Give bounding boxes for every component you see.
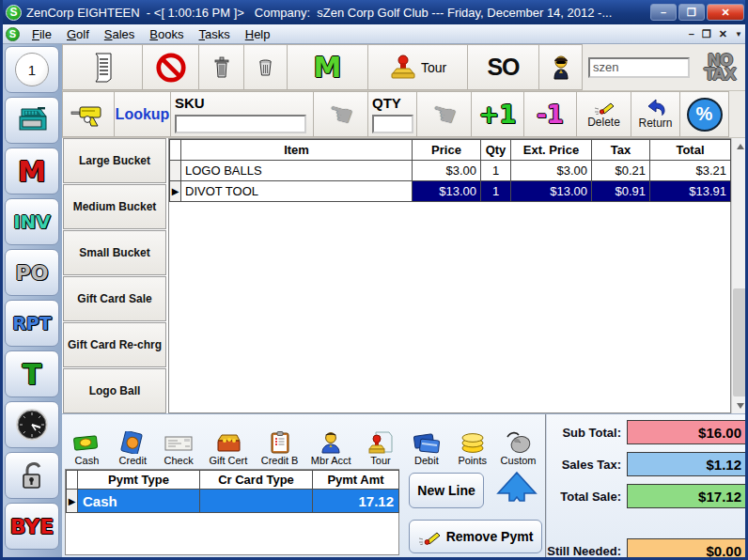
red-m-icon: M (18, 155, 46, 188)
scrollbar-thumb[interactable] (733, 288, 748, 397)
cell-cr-card-type (200, 490, 313, 513)
payment-panel: Cash Credit Check (62, 413, 748, 557)
pay-mbr-acct-button[interactable]: Mbr Acct (304, 416, 358, 468)
pointing-hand-icon: ☛ (324, 95, 357, 133)
sub-total-label: Sub Total: (562, 426, 621, 440)
sidebar-exit-button[interactable]: BYE (5, 503, 59, 550)
tour-stamp-icon (368, 431, 393, 454)
nav-sidebar: 1 M INV PO RPT T (3, 44, 62, 557)
maximize-button[interactable]: ❒ (678, 4, 705, 21)
sku-input[interactable] (175, 115, 306, 133)
pay-tour-button[interactable]: Tour (358, 416, 404, 468)
receipt-button[interactable] (62, 44, 143, 90)
sales-tax-value: $1.12 (627, 452, 747, 476)
lookup-button[interactable]: Lookup (115, 91, 171, 137)
quick-item-gift-card-rechrg[interactable]: Gift Card Re-chrg (63, 322, 166, 367)
sidebar-inventory-button[interactable]: INV (5, 198, 59, 245)
new-line-button[interactable]: New Line (409, 473, 484, 508)
sidebar-purchase-orders-button[interactable]: PO (5, 249, 59, 296)
clear-sale-button[interactable] (244, 44, 288, 90)
sidebar-reports-button[interactable]: RPT (5, 300, 59, 347)
minus-one-icon: -1 (537, 101, 564, 129)
sidebar-hole-one-button[interactable]: 1 (5, 46, 59, 93)
eraser-pencil-icon (594, 100, 615, 115)
pay-debit-button[interactable]: Debit (403, 416, 449, 468)
security-button[interactable] (539, 44, 583, 90)
no-symbol-icon (155, 52, 187, 84)
minimize-button[interactable]: – (650, 4, 677, 21)
quick-item-logo-ball[interactable]: Logo Ball (63, 368, 166, 413)
pay-label: Mbr Acct (311, 455, 351, 466)
pay-custom-button[interactable]: Custom (495, 416, 541, 468)
grid-scrollbar[interactable] (731, 138, 748, 413)
total-sale-label: Total Sale: (560, 490, 621, 504)
drill-icon (70, 101, 106, 128)
qty-select-button[interactable]: ☛ (417, 91, 472, 137)
remove-pymt-button[interactable]: Remove Pymt (409, 520, 542, 553)
payment-grid: Pymt Type Cr Card Type Pymt Amt ▶ Cash 1… (65, 469, 399, 555)
return-item-button[interactable]: Return (631, 91, 680, 137)
pay-label: Credit (119, 455, 147, 466)
move-up-button[interactable] (495, 471, 538, 512)
mdi-minimize-button[interactable]: – (689, 28, 694, 39)
trash-icon (213, 56, 230, 79)
menu-file[interactable]: File (24, 26, 59, 42)
tools-button[interactable] (62, 91, 115, 137)
plus-one-icon: +1 (479, 101, 517, 129)
menu-tasks[interactable]: Tasks (192, 26, 238, 42)
menu-help[interactable]: Help (238, 26, 278, 42)
cash-icon (73, 433, 100, 454)
qty-input[interactable] (372, 115, 413, 133)
pay-check-button[interactable]: Check (156, 416, 202, 468)
scroll-down-icon[interactable] (732, 397, 748, 413)
menu-golf[interactable]: Golf (59, 26, 97, 42)
close-button[interactable]: ✕ (707, 4, 744, 21)
cashier-field-wrap (583, 44, 695, 90)
special-order-button[interactable]: SO (468, 44, 539, 90)
menu-sales[interactable]: Sales (97, 26, 143, 42)
decrement-qty-button[interactable]: -1 (524, 91, 577, 137)
delete-item-button[interactable] (199, 44, 244, 90)
cashier-input[interactable] (588, 57, 690, 78)
mdi-restore-button[interactable]: ❐ (702, 28, 711, 40)
sidebar-members-button[interactable]: M (5, 148, 59, 194)
item-row[interactable]: LOGO BALLS $3.00 1 $3.00 $0.21 $3.21 (170, 161, 731, 181)
discount-button[interactable]: % (680, 91, 729, 137)
increment-qty-button[interactable]: +1 (472, 91, 524, 137)
return-item-label: Return (638, 117, 672, 130)
void-button[interactable] (143, 44, 199, 90)
item-grid-header-row: Item Price Qty Ext. Price Tax Total (170, 140, 731, 161)
pay-gift-cert-button[interactable]: Gift Cert (202, 416, 256, 468)
sidebar-register-button[interactable] (5, 97, 59, 144)
quick-item-medium-bucket[interactable]: Medium Bucket (63, 184, 166, 229)
sku-select-button[interactable]: ☛ (314, 91, 368, 137)
payment-row-selected[interactable]: ▶ Cash 17.12 (67, 490, 399, 513)
sidebar-time-clock-button[interactable] (5, 401, 59, 448)
pay-label: Debit (414, 455, 439, 466)
menu-books[interactable]: Books (142, 26, 191, 42)
payment-actions: New Line Remove Pymt (405, 469, 544, 557)
pay-cash-button[interactable]: Cash (64, 416, 110, 468)
pay-points-button[interactable]: Points (449, 416, 495, 468)
item-row-selected[interactable]: ▶ DIVOT TOOL $13.00 1 $13.00 $0.91 $13.9… (170, 181, 731, 202)
title-bar: S ZenCorp EIGHTEEN - <[ 1:00:16 PM ]> Co… (0, 0, 748, 24)
quick-item-large-bucket[interactable]: Large Bucket (63, 138, 166, 183)
member-lookup-button[interactable]: M (288, 44, 368, 90)
mdi-close-button[interactable]: ✕ (719, 28, 727, 40)
tour-button[interactable]: Tour (368, 44, 468, 90)
payment-grid-header-row: Pymt Type Cr Card Type Pymt Amt (67, 471, 399, 490)
toolbar-options-dropdown[interactable]: ▼ (735, 30, 742, 39)
quick-item-gift-card-sale[interactable]: Gift Card Sale (63, 276, 166, 321)
rpt-icon: RPT (12, 313, 52, 334)
pay-credit-book-button[interactable]: Credit B (255, 416, 304, 468)
pay-credit-button[interactable]: Credit (110, 416, 156, 468)
quick-item-small-bucket[interactable]: Small Bucket (63, 230, 166, 275)
cell-item: DIVOT TOOL (181, 181, 413, 202)
scroll-up-icon[interactable] (732, 138, 748, 154)
cell-pymt-amt: 17.12 (313, 490, 399, 513)
no-tax-button[interactable]: NO TAX (695, 44, 744, 90)
sidebar-tee-times-button[interactable]: T (5, 350, 59, 397)
sidebar-lock-button[interactable] (5, 452, 59, 499)
cell-price: $3.00 (413, 161, 481, 181)
delete-line-button[interactable]: Delete (577, 91, 631, 137)
